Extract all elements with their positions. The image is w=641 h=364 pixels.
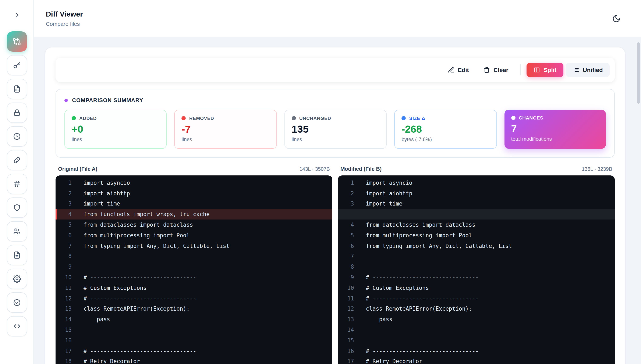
code-text: # Custom Exceptions: [84, 285, 147, 291]
line-number: 8: [56, 253, 72, 260]
line-number: 12: [56, 295, 72, 302]
code-text: # --------------------------------: [366, 274, 479, 280]
code-line: 6from typing import Any, Dict, Callable,…: [338, 241, 615, 251]
sidebar-item-history[interactable]: [7, 126, 27, 146]
summary-card-removed: REMOVED-7lines: [175, 110, 277, 149]
stat-sub: total modifications: [511, 136, 599, 142]
code-text: # Custom Exceptions: [366, 285, 429, 291]
main-content: Edit Clear Split: [34, 37, 641, 364]
clock-icon: [13, 132, 21, 141]
line-number: 5: [338, 232, 354, 238]
modified-pane-meta: 136L · 3239B: [582, 166, 612, 172]
page-title: Diff Viewer: [46, 10, 83, 18]
hash-icon: [13, 180, 21, 188]
code-line: 1import asyncio: [56, 178, 332, 188]
code-line: 14 pass: [56, 314, 332, 325]
line-number: 16: [56, 337, 72, 344]
code-line: 15: [56, 324, 332, 335]
sidebar-item-compare[interactable]: [7, 31, 27, 52]
code-line: 6from multiprocessing import Pool: [56, 230, 332, 241]
line-number: 1: [338, 180, 354, 186]
line-number: 10: [56, 274, 72, 280]
code-line: 3import time: [338, 198, 615, 209]
sidebar-item-key[interactable]: [7, 55, 27, 76]
pencil-icon: [447, 66, 454, 73]
header-titles: Diff Viewer Compare files: [46, 10, 83, 27]
code-text: import asyncio: [366, 180, 412, 186]
line-number: 7: [56, 242, 72, 249]
columns-icon: [533, 66, 540, 73]
line-number: 18: [56, 358, 72, 364]
line-number: 2: [56, 190, 72, 196]
original-code-pane[interactable]: 1import asyncio2import aiohttp3import ti…: [56, 176, 332, 364]
code-line: 13 pass: [338, 314, 615, 325]
line-number: 14: [56, 316, 72, 323]
theme-toggle-button[interactable]: [609, 11, 624, 26]
code-line: 10# Custom Exceptions: [338, 283, 615, 293]
unified-view-button[interactable]: Unified: [566, 63, 610, 77]
code-text: pass: [84, 316, 110, 323]
link-icon: [13, 156, 21, 164]
stat-value: 7: [511, 123, 599, 135]
file-text-icon: [13, 251, 21, 259]
edit-button-label: Edit: [458, 66, 469, 73]
code-text: from dataclasses import dataclass: [84, 222, 193, 228]
sidebar-item-shield[interactable]: [7, 198, 27, 218]
split-view-button[interactable]: Split: [526, 63, 563, 77]
summary-header: COMPARISON SUMMARY: [65, 97, 606, 104]
sidebar-item-lock[interactable]: [7, 102, 27, 123]
sidebar-item-file[interactable]: [7, 245, 27, 265]
sidebar-item-link[interactable]: [7, 150, 27, 170]
code-line: 11# --------------------------------: [338, 293, 615, 304]
code-line: 8: [56, 251, 332, 262]
stat-label: UNCHANGED: [299, 116, 331, 121]
code-icon: [13, 322, 21, 330]
shield-icon: [13, 204, 21, 212]
sidebar-item-settings[interactable]: [7, 269, 27, 289]
line-number: 6: [56, 232, 72, 238]
code-line: 17# --------------------------------: [56, 346, 332, 356]
code-text: # Retry Decorator: [84, 358, 140, 364]
original-pane-title: Original (File A): [58, 166, 97, 172]
code-text: from multiprocessing import Pool: [84, 232, 190, 238]
line-number: 15: [56, 327, 72, 333]
chevron-right-icon: [13, 12, 21, 19]
check-circle-icon: [13, 298, 21, 307]
stat-value: 135: [292, 123, 380, 135]
sidebar-toggle-button[interactable]: [10, 8, 24, 22]
sidebar-item-report[interactable]: [7, 79, 27, 99]
line-number: 4: [338, 222, 354, 228]
sidebar-item-users[interactable]: [7, 221, 27, 242]
stat-label: ADDED: [79, 116, 97, 121]
toolbar: Edit Clear Split: [56, 58, 615, 82]
comparison-summary: COMPARISON SUMMARY ADDED+0linesREMOVED-7…: [56, 89, 615, 158]
lock-icon: [13, 108, 21, 117]
sidebar-item-check[interactable]: [7, 292, 27, 313]
line-number: 3: [56, 201, 72, 207]
diff-viewer-app: Diff Viewer Compare files Edit: [0, 0, 641, 364]
gear-icon: [13, 274, 21, 283]
diff-panes: 1import asyncio2import aiohttp3import ti…: [56, 176, 615, 364]
line-number: 13: [338, 316, 354, 323]
line-number: 2: [338, 190, 354, 196]
sidebar-item-hash[interactable]: [7, 174, 27, 194]
code-text: from dataclasses import dataclass: [366, 222, 475, 228]
key-icon: [13, 61, 21, 70]
sidebar-nav: [7, 31, 27, 336]
page-scrollbar[interactable]: [637, 42, 640, 104]
code-text: from functools import wraps, lru_cache: [84, 211, 210, 218]
code-line: 14: [338, 324, 615, 335]
line-number: 3: [338, 201, 354, 207]
code-line: 9# --------------------------------: [338, 272, 615, 283]
clear-button[interactable]: Clear: [477, 63, 514, 77]
sidebar-item-code[interactable]: [7, 316, 27, 336]
code-line: 8: [338, 262, 615, 272]
line-number: 4: [56, 211, 72, 218]
code-line: 7: [338, 251, 615, 262]
code-text: class RemoteAPIError(Exception):: [84, 306, 190, 312]
app-header: Diff Viewer Compare files: [34, 0, 641, 37]
code-line: 13class RemoteAPIError(Exception):: [56, 304, 332, 314]
edit-button[interactable]: Edit: [441, 63, 475, 77]
clear-button-label: Clear: [493, 66, 508, 73]
modified-code-pane[interactable]: 1import asyncio2import aiohttp3import ti…: [338, 176, 615, 364]
